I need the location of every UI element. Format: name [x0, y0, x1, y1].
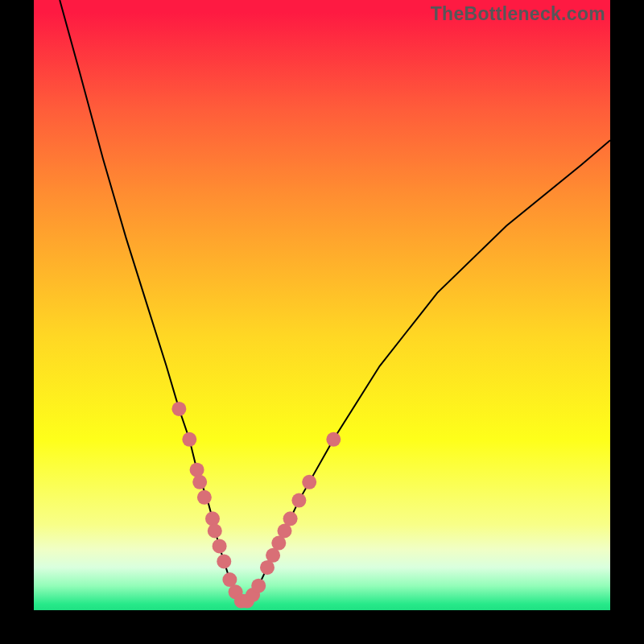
highlight-dots-group [171, 402, 341, 609]
chart-frame: TheBottleneck.com [0, 0, 644, 644]
highlight-dot [302, 475, 316, 489]
highlight-dot [213, 539, 227, 553]
highlight-dot [251, 579, 266, 593]
highlight-dot [182, 432, 196, 447]
highlight-dot [208, 524, 222, 539]
highlight-dot [326, 432, 341, 447]
chart-svg [34, 0, 610, 610]
highlight-dot [190, 463, 204, 477]
highlight-dot [205, 511, 220, 526]
highlight-dot [192, 475, 207, 489]
highlight-dot [171, 402, 186, 416]
highlight-dot [291, 493, 306, 508]
highlight-dot [197, 490, 212, 505]
highlight-dot [217, 554, 231, 568]
bottleneck-curve [60, 0, 610, 601]
highlight-dot [283, 511, 298, 526]
plot-area: TheBottleneck.com [34, 0, 610, 610]
